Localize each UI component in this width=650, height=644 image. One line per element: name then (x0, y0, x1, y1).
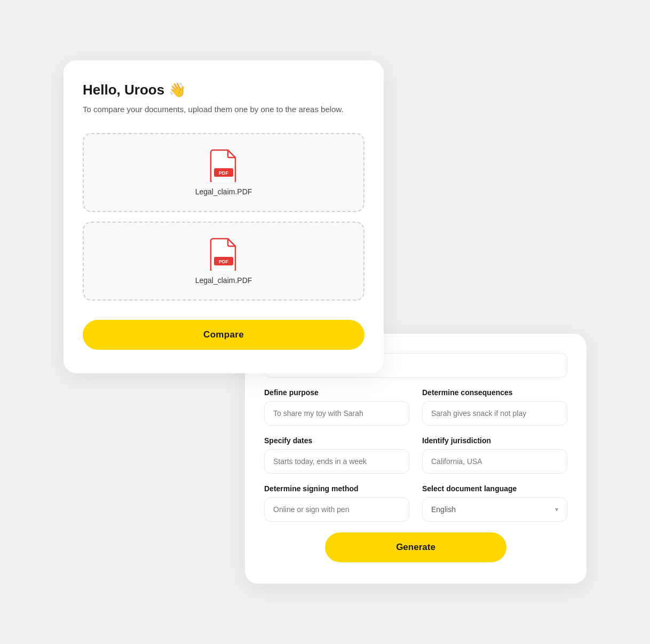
determine-consequences-label: Determine consequences (422, 388, 567, 397)
signing-method-label: Determine signing method (264, 484, 409, 493)
pdf-icon-1: PDF (210, 149, 237, 182)
compare-card: Hello, Uroos 👋 To compare your documents… (64, 60, 384, 373)
form-group-jurisdiction: Identify jurisdiction (422, 436, 567, 474)
specify-dates-label: Specify dates (264, 436, 409, 445)
form-group-purpose: Define purpose (264, 388, 409, 426)
greeting-text: Hello, Uroos 👋 (83, 82, 364, 98)
form-row-1: Define purpose Determine consequences (264, 388, 567, 426)
upload-zone-1[interactable]: PDF Legal_claim.PDF (83, 133, 364, 212)
upload-zone-2[interactable]: PDF Legal_claim.PDF (83, 222, 364, 301)
specify-dates-input[interactable] (264, 449, 409, 474)
identify-jurisdiction-input[interactable] (422, 449, 567, 474)
svg-text:PDF: PDF (219, 170, 229, 176)
generate-button[interactable]: Generate (325, 532, 507, 562)
identify-jurisdiction-label: Identify jurisdiction (422, 436, 567, 445)
determine-consequences-input[interactable] (422, 401, 567, 426)
form-group-signing: Determine signing method (264, 484, 409, 522)
document-language-select[interactable]: English ▾ (422, 497, 567, 522)
form-group-dates: Specify dates (264, 436, 409, 474)
upload-filename-2: Legal_claim.PDF (195, 276, 252, 285)
pdf-icon-2: PDF (210, 238, 237, 271)
form-row-3: Determine signing method Select document… (264, 484, 567, 522)
form-group-consequences: Determine consequences (422, 388, 567, 426)
language-selected-value: English (431, 505, 456, 514)
svg-text:PDF: PDF (219, 259, 229, 264)
compare-button[interactable]: Compare (83, 320, 364, 350)
chevron-down-icon: ▾ (555, 506, 558, 513)
form-group-language: Select document language English ▾ (422, 484, 567, 522)
upload-filename-1: Legal_claim.PDF (195, 187, 252, 196)
signing-method-input[interactable] (264, 497, 409, 522)
subtitle-text: To compare your documents, upload them o… (83, 104, 364, 116)
document-language-label: Select document language (422, 484, 567, 493)
define-purpose-input[interactable] (264, 401, 409, 426)
form-row-2: Specify dates Identify jurisdiction (264, 436, 567, 474)
define-purpose-label: Define purpose (264, 388, 409, 397)
wave-emoji: 👋 (169, 82, 186, 98)
